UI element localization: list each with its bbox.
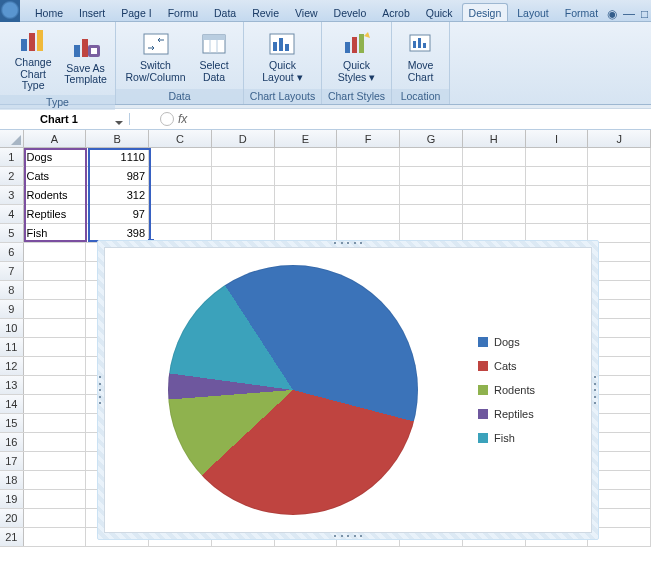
- cell-A1[interactable]: Dogs: [24, 148, 87, 166]
- cell-J12[interactable]: [588, 357, 651, 375]
- cell-D1[interactable]: [212, 148, 275, 166]
- tab-page-i[interactable]: Page I: [114, 3, 158, 21]
- chart-plot-area[interactable]: DogsCatsRodentsReptilesFish: [104, 247, 592, 533]
- cell-G3[interactable]: [400, 186, 463, 204]
- chart-legend[interactable]: DogsCatsRodentsReptilesFish: [478, 251, 588, 529]
- cell-H1[interactable]: [463, 148, 526, 166]
- quick-styles-button[interactable]: Quick Styles ▾: [333, 27, 381, 86]
- cell-D5[interactable]: [212, 224, 275, 242]
- cell-E2[interactable]: [275, 167, 338, 185]
- col-header-J[interactable]: J: [588, 130, 651, 147]
- cell-H4[interactable]: [463, 205, 526, 223]
- cell-J7[interactable]: [588, 262, 651, 280]
- legend-item-rodents[interactable]: Rodents: [478, 384, 578, 396]
- cell-A11[interactable]: [24, 338, 87, 356]
- cell-A7[interactable]: [24, 262, 87, 280]
- cell-H3[interactable]: [463, 186, 526, 204]
- cell-J15[interactable]: [588, 414, 651, 432]
- minimize-icon[interactable]: —: [623, 7, 635, 21]
- cell-C5[interactable]: [149, 224, 212, 242]
- tab-home[interactable]: Home: [28, 3, 70, 21]
- quick-layout-button[interactable]: Quick Layout ▾: [257, 27, 307, 86]
- select-all-corner[interactable]: [0, 130, 24, 147]
- cell-C4[interactable]: [149, 205, 212, 223]
- cell-J20[interactable]: [588, 509, 651, 527]
- cell-F1[interactable]: [337, 148, 400, 166]
- cell-J18[interactable]: [588, 471, 651, 489]
- tab-acrob[interactable]: Acrob: [375, 3, 416, 21]
- cell-A21[interactable]: [24, 528, 87, 546]
- insert-function-icon[interactable]: [160, 112, 174, 126]
- cell-J14[interactable]: [588, 395, 651, 413]
- cell-I3[interactable]: [526, 186, 589, 204]
- tab-format[interactable]: Format: [558, 3, 605, 21]
- cell-G4[interactable]: [400, 205, 463, 223]
- cell-B5[interactable]: 398: [86, 224, 149, 242]
- cell-A17[interactable]: [24, 452, 87, 470]
- tab-insert[interactable]: Insert: [72, 3, 112, 21]
- cell-J11[interactable]: [588, 338, 651, 356]
- cell-A4[interactable]: Reptiles: [24, 205, 87, 223]
- cell-F5[interactable]: [337, 224, 400, 242]
- cell-A6[interactable]: [24, 243, 87, 261]
- row-header-2[interactable]: 2: [0, 167, 24, 185]
- column-headers[interactable]: ABCDEFGHIJ: [0, 130, 651, 148]
- cell-A15[interactable]: [24, 414, 87, 432]
- tab-revie[interactable]: Revie: [245, 3, 286, 21]
- col-header-I[interactable]: I: [526, 130, 589, 147]
- row-header-20[interactable]: 20: [0, 509, 24, 527]
- cell-A8[interactable]: [24, 281, 87, 299]
- cell-A9[interactable]: [24, 300, 87, 318]
- row-header-7[interactable]: 7: [0, 262, 24, 280]
- cell-E3[interactable]: [275, 186, 338, 204]
- cell-H5[interactable]: [463, 224, 526, 242]
- legend-item-cats[interactable]: Cats: [478, 360, 578, 372]
- col-header-G[interactable]: G: [400, 130, 463, 147]
- cell-F3[interactable]: [337, 186, 400, 204]
- cell-A14[interactable]: [24, 395, 87, 413]
- cell-A20[interactable]: [24, 509, 87, 527]
- cell-A16[interactable]: [24, 433, 87, 451]
- name-box[interactable]: Chart 1: [0, 113, 130, 125]
- cell-B1[interactable]: 1110: [86, 148, 149, 166]
- cell-A3[interactable]: Rodents: [24, 186, 87, 204]
- legend-item-fish[interactable]: Fish: [478, 432, 578, 444]
- row-header-9[interactable]: 9: [0, 300, 24, 318]
- cell-G1[interactable]: [400, 148, 463, 166]
- cell-D3[interactable]: [212, 186, 275, 204]
- col-header-C[interactable]: C: [149, 130, 212, 147]
- cell-A19[interactable]: [24, 490, 87, 508]
- cell-A13[interactable]: [24, 376, 87, 394]
- cell-C1[interactable]: [149, 148, 212, 166]
- tab-view[interactable]: View: [288, 3, 325, 21]
- cell-I1[interactable]: [526, 148, 589, 166]
- cell-J21[interactable]: [588, 528, 651, 546]
- legend-item-reptiles[interactable]: Reptiles: [478, 408, 578, 420]
- col-header-E[interactable]: E: [275, 130, 338, 147]
- cell-A10[interactable]: [24, 319, 87, 337]
- row-header-5[interactable]: 5: [0, 224, 24, 242]
- cell-J13[interactable]: [588, 376, 651, 394]
- cell-G2[interactable]: [400, 167, 463, 185]
- col-header-A[interactable]: A: [24, 130, 87, 147]
- tab-layout[interactable]: Layout: [510, 3, 556, 21]
- cell-B3[interactable]: 312: [86, 186, 149, 204]
- cell-D4[interactable]: [212, 205, 275, 223]
- row-header-17[interactable]: 17: [0, 452, 24, 470]
- row-header-18[interactable]: 18: [0, 471, 24, 489]
- move-chart-button[interactable]: Move Chart: [398, 27, 444, 86]
- row-header-16[interactable]: 16: [0, 433, 24, 451]
- col-header-F[interactable]: F: [337, 130, 400, 147]
- help-icon[interactable]: ◉: [607, 7, 617, 21]
- row-header-3[interactable]: 3: [0, 186, 24, 204]
- cell-E5[interactable]: [275, 224, 338, 242]
- cell-J8[interactable]: [588, 281, 651, 299]
- cell-E4[interactable]: [275, 205, 338, 223]
- col-header-B[interactable]: B: [86, 130, 149, 147]
- cell-C3[interactable]: [149, 186, 212, 204]
- cell-J2[interactable]: [588, 167, 651, 185]
- cell-E1[interactable]: [275, 148, 338, 166]
- row-header-14[interactable]: 14: [0, 395, 24, 413]
- cell-J6[interactable]: [588, 243, 651, 261]
- row-header-6[interactable]: 6: [0, 243, 24, 261]
